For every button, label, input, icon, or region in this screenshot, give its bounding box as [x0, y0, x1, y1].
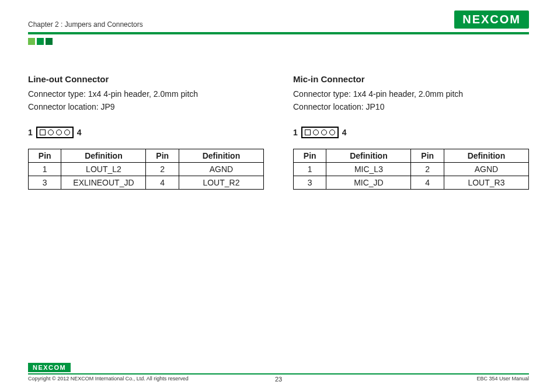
table-row: 3 EXLINEOUT_JD 4 LOUT_R2 — [29, 176, 264, 189]
th-definition: Definition — [179, 149, 263, 162]
connector-location: Connector location: JP9 — [28, 100, 264, 113]
section-title: Mic-in Connector — [293, 74, 529, 84]
th-pin: Pin — [294, 149, 326, 162]
header-rule — [28, 32, 529, 34]
th-definition: Definition — [326, 149, 411, 162]
cell-pin: 3 — [29, 176, 61, 189]
table-row: 1 MIC_L3 2 AGND — [294, 162, 529, 176]
cell-pin: 3 — [294, 176, 326, 189]
connector-icon — [36, 127, 74, 138]
page-footer: NEXCOM Copyright © 2012 NEXCOM Internati… — [28, 362, 529, 382]
connector-type: Connector type: 1x4 4-pin header, 2.0mm … — [28, 88, 264, 100]
table-header-row: Pin Definition Pin Definition — [29, 149, 264, 162]
th-definition: Definition — [444, 149, 528, 162]
section-title: Line-out Connector — [28, 74, 264, 84]
pin-diagram: 1 4 — [293, 127, 529, 138]
table-row: 3 MIC_JD 4 LOUT_R3 — [294, 176, 529, 189]
cell-def: LOUT_L2 — [61, 162, 146, 176]
pin-diagram: 1 4 — [28, 127, 264, 138]
cell-pin: 1 — [294, 162, 326, 176]
cell-pin: 2 — [411, 162, 444, 176]
pin-table: Pin Definition Pin Definition 1 LOUT_L2 … — [28, 149, 264, 190]
cell-pin: 1 — [29, 162, 61, 176]
cell-def: MIC_JD — [326, 176, 411, 189]
cell-def: LOUT_R3 — [444, 176, 528, 189]
th-definition: Definition — [61, 149, 146, 162]
pin-end-label: 4 — [342, 128, 347, 137]
cell-def: LOUT_R2 — [179, 176, 263, 189]
pin-start-label: 1 — [28, 128, 33, 137]
logo-text: NEXCOM — [462, 13, 521, 26]
pin-end-label: 4 — [77, 128, 82, 137]
connector-type: Connector type: 1x4 4-pin header, 2.0mm … — [293, 88, 529, 100]
right-section: Mic-in Connector Connector type: 1x4 4-p… — [293, 74, 529, 190]
connector-location: Connector location: JP10 — [293, 100, 529, 113]
th-pin: Pin — [29, 149, 61, 162]
brand-logo: NEXCOM — [454, 10, 529, 29]
connector-icon — [301, 127, 339, 138]
cell-def: EXLINEOUT_JD — [61, 176, 146, 189]
table-row: 1 LOUT_L2 2 AGND — [29, 162, 264, 176]
chapter-title: Chapter 2 : Jumpers and Connectors — [28, 20, 143, 29]
decorative-squares — [28, 38, 529, 45]
cell-pin: 4 — [411, 176, 444, 189]
footer-rule — [28, 373, 529, 374]
cell-def: AGND — [179, 162, 263, 176]
cell-pin: 4 — [146, 176, 179, 189]
table-header-row: Pin Definition Pin Definition — [294, 149, 529, 162]
cell-def: MIC_L3 — [326, 162, 411, 176]
pin-start-label: 1 — [293, 128, 298, 137]
pin-table: Pin Definition Pin Definition 1 MIC_L3 2… — [293, 149, 529, 190]
left-section: Line-out Connector Connector type: 1x4 4… — [28, 74, 264, 190]
cell-def: AGND — [444, 162, 528, 176]
th-pin: Pin — [146, 149, 179, 162]
page-number: 23 — [28, 376, 529, 383]
cell-pin: 2 — [146, 162, 179, 176]
footer-logo: NEXCOM — [28, 363, 71, 372]
th-pin: Pin — [411, 149, 444, 162]
